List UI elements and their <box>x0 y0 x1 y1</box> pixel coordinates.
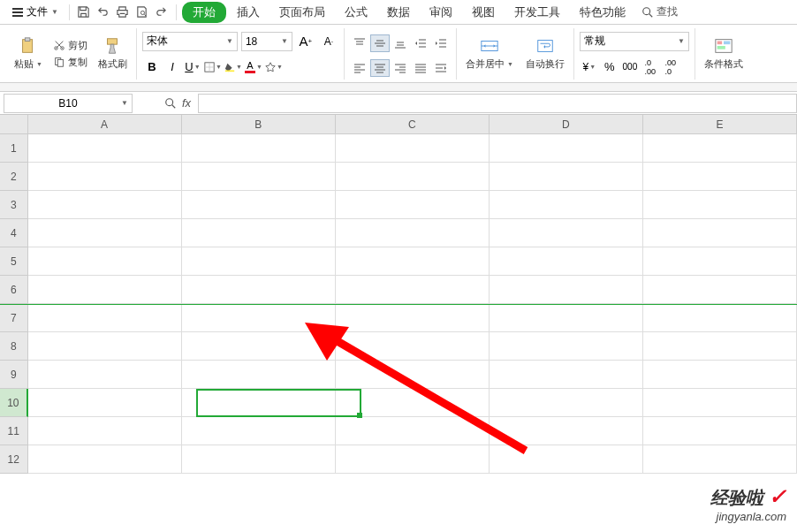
cell-B10[interactable] <box>182 389 336 417</box>
cell-D4[interactable] <box>490 219 643 247</box>
cell-B6[interactable] <box>182 276 336 304</box>
col-header-D[interactable]: D <box>490 115 643 134</box>
cell-B5[interactable] <box>182 247 336 276</box>
effects-button[interactable]: ▼ <box>264 58 284 76</box>
cell-D10[interactable] <box>490 389 643 417</box>
align-middle-button[interactable] <box>370 34 390 52</box>
tab-data[interactable]: 数据 <box>378 1 419 24</box>
tab-view[interactable]: 视图 <box>463 1 504 24</box>
tab-special[interactable]: 特色功能 <box>571 1 634 24</box>
grow-font-button[interactable]: A+ <box>296 33 315 50</box>
row-header-11[interactable]: 11 <box>0 417 28 445</box>
select-all-corner[interactable] <box>0 115 28 134</box>
format-painter-button[interactable]: 格式刷 <box>95 34 131 72</box>
cell-D5[interactable] <box>490 247 643 276</box>
cell-C6[interactable] <box>336 276 490 304</box>
font-color-button[interactable]: A▼ <box>244 58 263 76</box>
cell-A6[interactable] <box>28 276 182 304</box>
cell-B4[interactable] <box>182 219 336 247</box>
cell-B2[interactable] <box>182 163 336 191</box>
paste-button[interactable]: 粘贴▼ <box>11 34 46 72</box>
cell-D6[interactable] <box>490 276 643 304</box>
font-size-combo[interactable]: 18▼ <box>241 32 292 51</box>
wrap-text-button[interactable]: 自动换行 <box>522 34 568 72</box>
underline-button[interactable]: U▼ <box>183 58 202 76</box>
increase-decimal-button[interactable]: .0.00 <box>641 58 660 76</box>
print-preview-icon[interactable] <box>133 4 151 21</box>
cell-E7[interactable] <box>643 304 797 332</box>
cell-A10[interactable] <box>28 389 182 417</box>
col-header-E[interactable]: E <box>643 115 797 134</box>
undo-icon[interactable] <box>95 4 112 21</box>
tab-review[interactable]: 审阅 <box>421 1 461 24</box>
align-left-button[interactable] <box>350 59 369 77</box>
row-header-3[interactable]: 3 <box>0 191 28 219</box>
cell-B12[interactable] <box>182 445 336 474</box>
zoom-icon[interactable] <box>164 97 177 110</box>
increase-indent-button[interactable] <box>431 34 451 52</box>
copy-button[interactable]: 复制 <box>49 55 91 70</box>
cell-A7[interactable] <box>28 304 182 332</box>
cell-A8[interactable] <box>28 332 182 361</box>
redo-icon[interactable] <box>153 4 171 21</box>
cell-E5[interactable] <box>643 247 797 276</box>
currency-button[interactable]: ¥▼ <box>580 58 599 76</box>
cell-E12[interactable] <box>643 445 797 474</box>
cell-C4[interactable] <box>336 219 490 247</box>
print-icon[interactable] <box>114 4 132 21</box>
cell-B9[interactable] <box>182 361 336 389</box>
border-button[interactable]: ▼ <box>203 58 223 76</box>
cell-B11[interactable] <box>182 417 336 445</box>
cell-C7[interactable] <box>336 304 490 332</box>
cell-D9[interactable] <box>490 361 643 389</box>
merge-center-button[interactable]: 合并居中▼ <box>462 34 517 72</box>
cell-C3[interactable] <box>336 191 490 219</box>
save-icon[interactable] <box>75 4 93 21</box>
cell-C11[interactable] <box>336 417 490 445</box>
cell-A4[interactable] <box>28 219 182 247</box>
cell-D1[interactable] <box>490 134 643 163</box>
decrease-indent-button[interactable] <box>411 34 430 52</box>
row-header-5[interactable]: 5 <box>0 247 28 276</box>
cell-E11[interactable] <box>643 417 797 445</box>
row-header-1[interactable]: 1 <box>0 134 28 163</box>
cell-B1[interactable] <box>182 134 336 163</box>
cell-B8[interactable] <box>182 332 336 361</box>
cell-D3[interactable] <box>490 191 643 219</box>
number-format-combo[interactable]: 常规▼ <box>580 32 689 51</box>
cell-D11[interactable] <box>490 417 643 445</box>
cell-A9[interactable] <box>28 361 182 389</box>
cell-E1[interactable] <box>643 134 797 163</box>
cell-A11[interactable] <box>28 417 182 445</box>
cell-D12[interactable] <box>490 445 643 474</box>
fx-icon[interactable]: fx <box>182 96 191 110</box>
justify-button[interactable] <box>411 59 430 77</box>
row-header-12[interactable]: 12 <box>0 445 28 474</box>
cell-E4[interactable] <box>643 219 797 247</box>
cell-A1[interactable] <box>28 134 182 163</box>
col-header-A[interactable]: A <box>28 115 182 134</box>
align-bottom-button[interactable] <box>391 34 410 52</box>
row-header-10[interactable]: 10 <box>0 389 28 417</box>
cell-A2[interactable] <box>28 163 182 191</box>
shrink-font-button[interactable]: A- <box>319 33 338 50</box>
file-menu[interactable]: 文件 ▼ <box>7 3 64 21</box>
cell-A3[interactable] <box>28 191 182 219</box>
tab-start[interactable]: 开始 <box>182 2 226 23</box>
col-header-B[interactable]: B <box>182 115 336 134</box>
cell-A12[interactable] <box>28 445 182 474</box>
font-name-combo[interactable]: 宋体▼ <box>142 32 238 51</box>
decrease-decimal-button[interactable]: .00.0 <box>661 58 680 76</box>
col-header-C[interactable]: C <box>336 115 490 134</box>
conditional-format-button[interactable]: 条件格式 <box>701 34 747 72</box>
cell-C8[interactable] <box>336 332 490 361</box>
name-box[interactable]: B10 ▼ <box>4 94 133 113</box>
cell-E2[interactable] <box>643 163 797 191</box>
align-right-button[interactable] <box>391 59 410 77</box>
cell-C10[interactable] <box>336 389 490 417</box>
search-button[interactable]: 查找 <box>641 4 678 19</box>
formula-input[interactable] <box>198 94 797 113</box>
row-header-4[interactable]: 4 <box>0 219 28 247</box>
cell-B3[interactable] <box>182 191 336 219</box>
fill-color-button[interactable]: ▼ <box>224 58 243 76</box>
